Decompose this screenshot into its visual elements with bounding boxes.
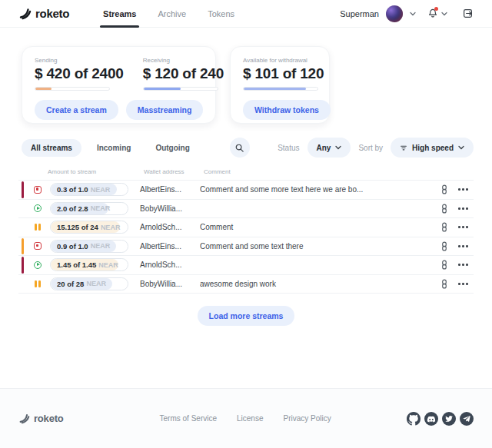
link-icon (440, 260, 448, 270)
token-label: NEAR (86, 280, 106, 287)
row-menu-button[interactable] (458, 204, 468, 213)
paused-status-icon (35, 224, 41, 231)
footer-links: Terms of Service License Privacy Policy (160, 414, 331, 423)
stream-comment: awesome design work (200, 280, 440, 288)
receiving-progress-bar (143, 87, 218, 91)
tab-incoming[interactable]: Incoming (88, 139, 140, 157)
receiving-progress-fill (144, 88, 181, 90)
stream-link-button[interactable] (440, 241, 448, 251)
column-header-comment: Comment (204, 168, 474, 175)
notifications-button[interactable] (427, 8, 447, 19)
status-selected-value: Any (317, 144, 331, 152)
sort-select[interactable]: High speed (391, 138, 474, 158)
main-nav: Streams Archive Tokens (92, 0, 245, 28)
chevron-down-icon (458, 145, 464, 150)
row-menu-button[interactable] (458, 185, 468, 194)
discord-icon[interactable] (424, 412, 438, 426)
telegram-icon[interactable] (460, 412, 474, 426)
top-navigation-bar: roketo Streams Archive Tokens Superman (0, 0, 492, 28)
withdrawal-progress-bar (243, 87, 318, 91)
paused-status-icon (35, 280, 41, 287)
amount-progress-pill: 0.9 of 1.0 NEAR (50, 240, 128, 253)
wallet-address: BobyWillia... (140, 204, 200, 213)
row-menu-button[interactable] (458, 242, 468, 251)
user-menu-chevron-icon[interactable] (410, 12, 416, 16)
ellipsis-icon (458, 264, 460, 266)
table-row[interactable]: 0.3 of 1.0 NEAR AlbertEins... Comment an… (18, 181, 474, 200)
stream-comment: Comment (200, 223, 440, 231)
row-accent-stripe (22, 238, 24, 255)
create-stream-button[interactable]: Create a stream (35, 100, 118, 120)
twitter-icon[interactable] (442, 412, 456, 426)
wallet-address: AlbertEins... (140, 242, 200, 251)
sign-out-icon (462, 8, 474, 19)
column-header-amount: Amount to stream (48, 168, 132, 175)
active-status-icon (34, 204, 42, 212)
table-row[interactable]: 2.0 of 2.8 NEAR BobyWillia... (18, 200, 474, 219)
receiving-stat: Receiving $ 120 of 240 (143, 57, 224, 91)
user-avatar[interactable] (386, 5, 403, 22)
token-label: NEAR (98, 261, 118, 269)
nav-item-streams[interactable]: Streams (92, 0, 147, 28)
active-status-icon (34, 261, 42, 269)
row-menu-button[interactable] (458, 223, 468, 231)
roketo-swirl-icon (18, 7, 32, 20)
receiving-value: $ 120 of 240 (143, 65, 224, 82)
tab-outgoing[interactable]: Outgoing (146, 139, 198, 157)
brand-logo[interactable]: roketo (18, 7, 69, 20)
stream-link-button[interactable] (440, 279, 448, 289)
stream-link-button[interactable] (440, 260, 448, 270)
link-icon (440, 222, 448, 232)
stream-comment: Comment and some more text here we are b… (200, 185, 440, 194)
withdraw-tokens-button[interactable]: Withdraw tokens (243, 100, 331, 120)
table-row[interactable]: 1.45 of 1.45 NEAR ArnoldSch... (18, 256, 474, 275)
nav-item-archive[interactable]: Archive (147, 0, 197, 28)
social-icons (407, 412, 474, 426)
table-row[interactable]: 0.9 of 1.0 NEAR AlbertEins... Comment an… (18, 237, 474, 257)
row-menu-button[interactable] (458, 261, 468, 269)
table-row[interactable]: 20 of 28 NEAR BobyWillia... awesome desi… (18, 275, 474, 294)
masstreaming-button[interactable]: Masstreaming (126, 100, 204, 120)
search-button[interactable] (230, 138, 250, 158)
ellipsis-icon (458, 245, 460, 247)
stream-link-button[interactable] (440, 184, 448, 194)
withdrawal-progress-fill (244, 88, 306, 90)
wallet-address: ArnoldSch... (140, 261, 200, 269)
amount-text: 1.45 of 1.45 (57, 261, 96, 269)
footer-link-privacy[interactable]: Privacy Policy (283, 414, 331, 423)
roketo-swirl-icon (18, 413, 30, 424)
amount-text: 0.3 of 1.0 (57, 185, 88, 194)
amount-text: 15.125 of 24 (57, 223, 98, 231)
ellipsis-icon (458, 283, 460, 285)
row-accent-stripe (22, 181, 24, 198)
nav-item-tokens[interactable]: Tokens (197, 0, 245, 28)
table-body: 0.3 of 1.0 NEAR AlbertEins... Comment an… (18, 181, 474, 294)
load-more-streams-button[interactable]: Load more streams (198, 306, 295, 326)
stopped-status-icon (34, 242, 42, 250)
streams-summary-card: Sending $ 420 of 2400 Receiving $ 120 of… (22, 46, 216, 124)
tab-all-streams[interactable]: All streams (22, 139, 81, 157)
stream-link-button[interactable] (440, 204, 448, 214)
brand-wordmark: roketo (35, 7, 69, 20)
token-label: NEAR (91, 242, 111, 250)
footer-link-license[interactable]: License (237, 414, 263, 423)
ellipsis-icon (458, 207, 460, 210)
table-row[interactable]: 15.125 of 24 NEAR ArnoldSch... Comment (18, 218, 474, 237)
amount-text: 2.0 of 2.8 (57, 204, 88, 213)
sending-progress-bar (35, 87, 110, 91)
github-icon[interactable] (407, 412, 421, 426)
footer-link-terms[interactable]: Terms of Service (160, 414, 217, 423)
amount-progress-pill: 2.0 of 2.8 NEAR (50, 202, 128, 215)
token-label: NEAR (91, 186, 111, 194)
row-accent-stripe (22, 201, 24, 217)
summary-cards: Sending $ 420 of 2400 Receiving $ 120 of… (22, 46, 477, 124)
wallet-address: BobyWillia... (140, 280, 200, 288)
row-menu-button[interactable] (458, 280, 468, 288)
footer-logo[interactable]: roketo (18, 413, 64, 424)
notifications-chevron-icon (441, 12, 447, 16)
column-header-wallet: Wallet address (144, 168, 204, 175)
stream-comment: Comment and some text there (200, 242, 440, 251)
status-select[interactable]: Any (308, 138, 351, 158)
stream-link-button[interactable] (440, 222, 448, 232)
sign-out-button[interactable] (462, 8, 474, 19)
